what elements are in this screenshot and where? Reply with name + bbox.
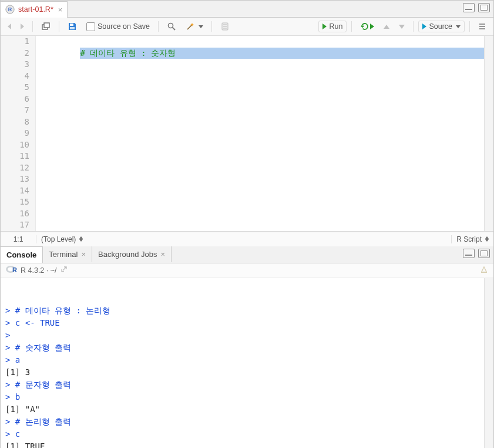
arrow-down-icon [399, 25, 405, 29]
line-number: 8 [1, 116, 29, 128]
svg-rect-3 [44, 23, 49, 28]
scope-label: (Top Level) [41, 235, 76, 243]
code-tools-button[interactable] [182, 21, 207, 32]
arrow-left-icon [8, 24, 11, 29]
language-selector[interactable]: R Script [451, 235, 493, 243]
code-line[interactable]: # 데이타 유형 : 숫자형 [80, 48, 493, 59]
updown-icon [79, 236, 83, 242]
code-line[interactable] [41, 59, 493, 71]
editor-tab-bar: R start-01.R* × [1, 1, 493, 18]
separator [211, 21, 212, 32]
maximize-pane-icon[interactable] [478, 249, 490, 258]
line-number: 10 [1, 139, 29, 151]
console-input-line: > # 숫자형 출력 [5, 342, 489, 354]
language-label: R Script [456, 235, 482, 243]
line-number: 16 [1, 208, 29, 220]
editor-toolbar: Source on Save Run [1, 18, 493, 36]
line-number: 13 [1, 173, 29, 185]
svg-point-6 [168, 24, 173, 28]
svg-rect-5 [70, 27, 75, 29]
editor-status-bar: 1:1 (Top Level) R Script [1, 232, 493, 246]
run-icon [322, 24, 327, 29]
compile-report-button[interactable] [217, 21, 233, 32]
line-number: 11 [1, 151, 29, 162]
tab-terminal[interactable]: Terminal× [43, 246, 92, 262]
source-label: Source [429, 22, 452, 31]
tab-background-jobs[interactable]: Background Jobs× [92, 246, 172, 262]
console-tab-bar: ConsoleTerminal×Background Jobs× [1, 246, 493, 263]
console-input-line: > # 문자형 출력 [5, 379, 489, 391]
line-number: 15 [1, 196, 29, 208]
svg-rect-19 [481, 272, 487, 273]
console-output[interactable]: > # 데이타 유형 : 논리형> c <- TRUE> > # 숫자형 출력>… [1, 278, 493, 449]
console-output-line: [1] "A" [5, 403, 489, 416]
separator [32, 21, 33, 32]
console-output-line: [1] TRUE [5, 440, 489, 449]
vertical-scrollbar[interactable] [484, 36, 493, 231]
outline-button[interactable] [475, 21, 490, 32]
popout-icon[interactable] [61, 266, 68, 275]
arrow-up-icon [384, 25, 389, 29]
line-number: 2 [1, 48, 29, 59]
line-number: 7 [1, 105, 29, 116]
scope-selector[interactable]: (Top Level) [36, 235, 88, 243]
find-replace-button[interactable] [163, 21, 180, 32]
line-number: 1 [1, 36, 29, 48]
source-button[interactable]: Source [418, 21, 465, 32]
save-button[interactable] [64, 21, 80, 32]
line-number: 3 [1, 59, 29, 71]
svg-text:R: R [12, 266, 17, 273]
updown-icon [485, 236, 489, 242]
close-icon[interactable]: × [160, 250, 165, 259]
console-input-line: > b [5, 391, 489, 403]
show-in-new-window-button[interactable] [38, 21, 54, 32]
separator [351, 21, 352, 32]
close-icon[interactable]: × [57, 6, 64, 14]
tab-label: Terminal [49, 250, 78, 259]
checkbox-icon [86, 22, 95, 31]
rerun-button[interactable] [357, 21, 378, 32]
run-label: Run [329, 22, 342, 31]
console-input-line: > # 논리형 출력 [5, 416, 489, 428]
console-input-line: > c <- TRUE [5, 317, 489, 329]
code-line[interactable] [41, 71, 493, 82]
minimize-pane-icon[interactable] [463, 3, 475, 12]
line-number: 5 [1, 82, 29, 93]
file-tab[interactable]: R start-01.R* × [1, 1, 68, 18]
go-prev-section-button[interactable] [380, 24, 393, 30]
go-next-section-button[interactable] [395, 24, 408, 30]
chevron-down-icon [199, 25, 203, 28]
line-number: 12 [1, 162, 29, 174]
console-input-line: > # 데이타 유형 : 논리형 [5, 305, 489, 317]
chevron-down-icon [456, 25, 461, 28]
svg-rect-4 [70, 24, 73, 26]
minimize-pane-icon[interactable] [463, 249, 475, 258]
source-on-save-toggle[interactable]: Source on Save [83, 21, 153, 32]
tab-label: Console [6, 250, 36, 259]
line-number: 17 [1, 219, 29, 231]
run-button[interactable]: Run [318, 21, 347, 32]
console-input-line: > a [5, 354, 489, 366]
arrow-right-icon [370, 24, 374, 29]
line-number: 4 [1, 71, 29, 82]
tab-console[interactable]: Console [1, 246, 43, 263]
source-icon [422, 24, 426, 29]
separator [469, 21, 470, 32]
nav-forward-button[interactable] [17, 22, 28, 31]
vertical-scrollbar[interactable] [484, 278, 493, 449]
console-header: R R 4.3.2 · ~/ [1, 263, 493, 278]
clear-console-icon[interactable] [479, 265, 489, 276]
console-input-line: > [5, 329, 489, 342]
line-gutter: 1234567891011121314151617 [1, 36, 36, 231]
line-number: 6 [1, 93, 29, 105]
console-output-line: [1] 3 [5, 366, 489, 379]
close-icon[interactable]: × [81, 250, 86, 259]
separator [158, 21, 159, 32]
nav-back-button[interactable] [4, 22, 15, 31]
maximize-pane-icon[interactable] [478, 3, 490, 12]
line-number: 9 [1, 128, 29, 139]
r-logo-icon: R [5, 265, 17, 276]
source-on-save-label: Source on Save [98, 22, 150, 31]
code-editor[interactable]: 1234567891011121314151617 # 데이타 유형 : 숫자형… [1, 36, 493, 232]
code-area[interactable]: # 데이타 유형 : 숫자형a <- 3 # 데이타 유형 : 문자형b <- … [36, 36, 493, 231]
